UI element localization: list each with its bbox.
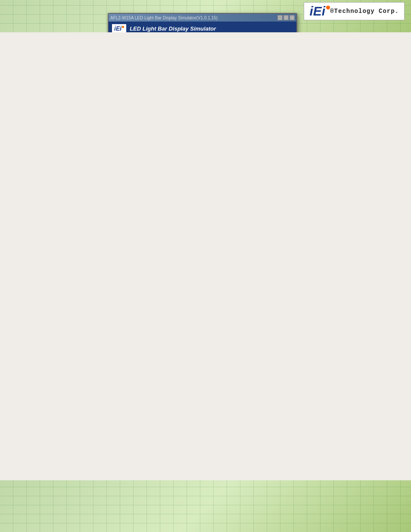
logo-iei-text: iEi <box>309 5 325 18</box>
logo-tech-text: ®Technology Corp. <box>330 8 399 15</box>
title-bar-1: AFL2-W15A LED Light Bar Display Simulato… <box>109 14 296 22</box>
minimize-btn-1[interactable]: _ <box>277 15 283 20</box>
footer-circuit <box>0 480 411 532</box>
sim-iei-dot-1 <box>122 26 124 28</box>
maximize-btn-1[interactable]: □ <box>283 15 289 20</box>
content-background <box>0 32 411 480</box>
sim-iei-text-1: iEi <box>114 25 121 32</box>
sim-logo-1: iEi <box>112 24 126 33</box>
header-logo: iEi ®Technology Corp. <box>304 2 405 20</box>
title-buttons-1: _ □ × <box>277 15 295 20</box>
close-btn-1[interactable]: × <box>290 15 295 20</box>
sim-header-title-1: LED Light Bar Display Simulator <box>130 25 216 32</box>
logo-dot <box>326 6 330 9</box>
window-title-1: AFL2-W15A LED Light Bar Display Simulato… <box>110 16 218 20</box>
